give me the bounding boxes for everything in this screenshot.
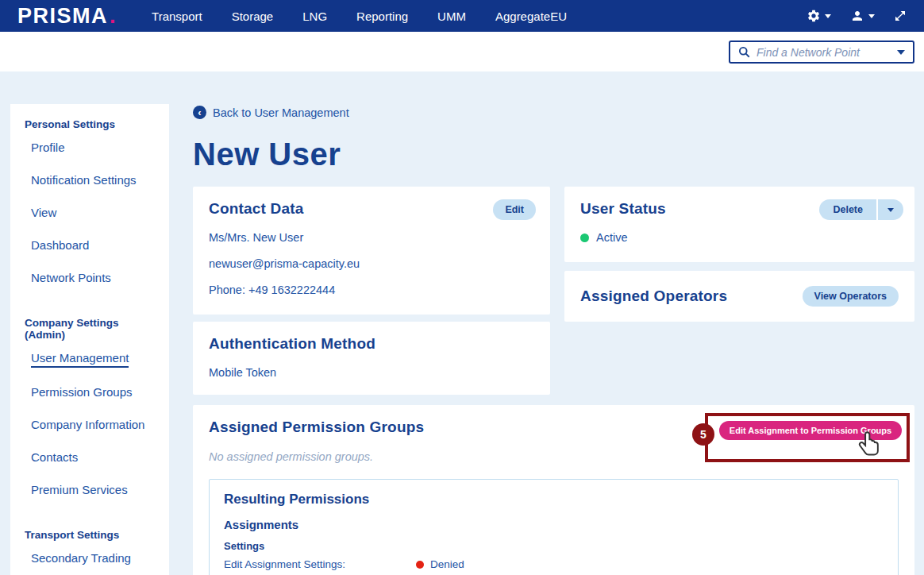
- chevron-down-icon: [887, 208, 894, 212]
- back-arrow-icon: ‹: [193, 106, 206, 119]
- navbar-right: [807, 9, 907, 23]
- sidebar-item-user-management[interactable]: User Management: [10, 342, 169, 376]
- search-strip: [0, 32, 924, 71]
- chevron-down-icon: [825, 14, 831, 18]
- search-input[interactable]: [757, 46, 891, 59]
- top-navbar: PRISMA . Transport Storage LNG Reporting…: [0, 0, 924, 32]
- brand-dot: .: [110, 6, 117, 27]
- nav-item-lng[interactable]: LNG: [302, 10, 327, 23]
- expand-icon[interactable]: [894, 10, 907, 22]
- assigned-operators-title: Assigned Operators: [580, 288, 727, 305]
- sidebar-item-notification-settings[interactable]: Notification Settings: [10, 164, 169, 197]
- back-link-label: Back to User Management: [213, 106, 349, 119]
- user-status-card: User Status Delete Active: [564, 187, 914, 262]
- status-active-dot: [580, 233, 589, 242]
- delete-button[interactable]: Delete: [819, 199, 876, 220]
- settings-menu[interactable]: [807, 9, 831, 23]
- contact-data-card: Contact Data Edit Ms/Mrs. New User newus…: [193, 187, 550, 315]
- gear-icon: [807, 9, 821, 23]
- assigned-operators-card: Assigned Operators View Operators: [564, 271, 914, 322]
- sidebar-section-personal-settings: Personal Settings: [10, 110, 169, 132]
- back-to-user-management-link[interactable]: ‹ Back to User Management: [193, 106, 349, 119]
- main-content: ‹ Back to User Management New User Conta…: [193, 104, 914, 172]
- nav-item-umm[interactable]: UMM: [437, 10, 466, 23]
- contact-phone: Phone: +49 1632222444: [209, 284, 534, 296]
- sidebar-item-dashboard[interactable]: Dashboard: [10, 230, 169, 262]
- hand-cursor-icon: [857, 430, 884, 458]
- search-icon: [738, 46, 750, 58]
- nav-item-storage[interactable]: Storage: [232, 10, 274, 23]
- delete-dropdown-toggle[interactable]: [876, 199, 903, 220]
- sidebar-item-premium-services[interactable]: Premium Services: [10, 474, 169, 507]
- sidebar-item-contacts[interactable]: Contacts: [10, 442, 169, 474]
- view-operators-button[interactable]: View Operators: [803, 286, 899, 307]
- settings-group-heading: Settings: [224, 540, 884, 552]
- contact-email: newuser@prisma-capacity.eu: [209, 257, 534, 270]
- sidebar-item-network-points[interactable]: Network Points: [10, 262, 169, 295]
- main-nav: Transport Storage LNG Reporting UMM Aggr…: [152, 10, 567, 23]
- authentication-method-title: Authentication Method: [209, 335, 534, 353]
- edit-contact-button[interactable]: Edit: [493, 199, 536, 220]
- permission-row: Edit Assignment Settings: Denied: [224, 558, 884, 570]
- status-row: Active: [580, 231, 899, 244]
- sidebar-item-view[interactable]: View: [10, 197, 169, 230]
- chevron-down-icon[interactable]: [897, 50, 905, 55]
- brand-text: PRISMA: [17, 6, 108, 27]
- resulting-permissions-box: Resulting Permissions Assignments Settin…: [209, 479, 899, 575]
- delete-split-button: Delete: [819, 199, 903, 220]
- sidebar-item-company-information[interactable]: Company Information: [10, 409, 169, 442]
- assignments-heading: Assignments: [224, 518, 884, 531]
- chevron-down-icon: [868, 14, 875, 18]
- sidebar-section-company-settings: Company Settings (Admin): [10, 309, 169, 342]
- nav-item-transport[interactable]: Transport: [152, 10, 202, 23]
- sidebar-item-profile[interactable]: Profile: [10, 132, 169, 164]
- contact-data-title: Contact Data: [209, 200, 534, 218]
- sidebar-item-permission-groups[interactable]: Permission Groups: [10, 376, 169, 409]
- resulting-permissions-title: Resulting Permissions: [224, 492, 884, 507]
- permission-row-value: Denied: [430, 558, 464, 570]
- authentication-method-card: Authentication Method Mobile Token: [193, 322, 550, 395]
- prisma-logo[interactable]: PRISMA .: [17, 6, 117, 27]
- nav-item-reporting[interactable]: Reporting: [356, 10, 408, 23]
- denied-dot: [416, 561, 424, 569]
- user-icon: [850, 9, 864, 23]
- page: PRISMA . Transport Storage LNG Reporting…: [0, 0, 924, 575]
- page-title: New User: [193, 137, 914, 172]
- permission-row-label: Edit Assignment Settings:: [224, 558, 416, 570]
- account-menu[interactable]: [850, 9, 875, 23]
- network-point-search[interactable]: [729, 41, 914, 64]
- nav-item-aggregateeu[interactable]: AggregateEU: [495, 10, 567, 23]
- sidebar-item-secondary-trading[interactable]: Secondary Trading: [10, 542, 169, 575]
- contact-name: Ms/Mrs. New User: [209, 231, 534, 244]
- sidebar-section-transport-settings: Transport Settings: [10, 521, 169, 542]
- status-label: Active: [596, 231, 628, 244]
- step-number-badge: 5: [692, 423, 714, 446]
- settings-sidebar: Personal Settings Profile Notification S…: [10, 104, 169, 575]
- authentication-method-value: Mobile Token: [209, 366, 534, 379]
